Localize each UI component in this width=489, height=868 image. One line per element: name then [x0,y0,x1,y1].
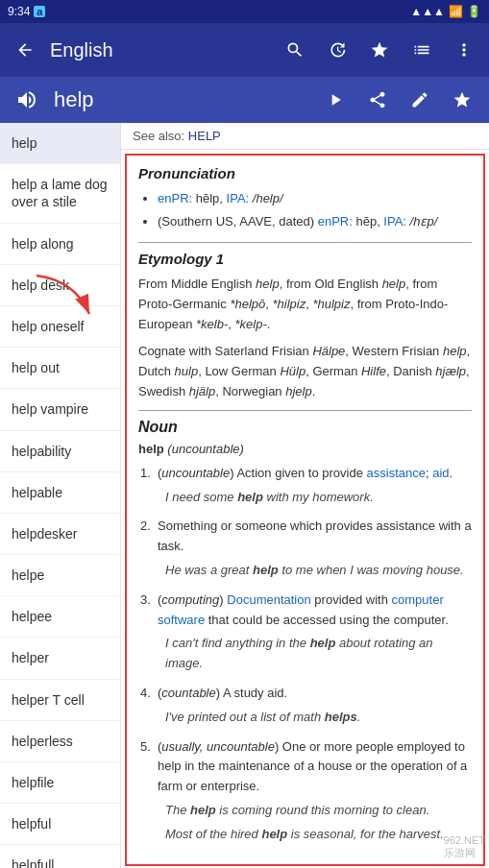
definition-4: (countable) A study aid. I've printed ou… [138,684,472,728]
status-bar: 9:34 a ▲▲▲ 📶 🔋 [0,0,489,23]
etymology-section: Etymology 1 From Middle English help, fr… [138,251,472,402]
divider-1 [138,242,472,243]
link-documentation[interactable]: Documentation [227,592,310,607]
etymology-title: Etymology 1 [138,251,472,267]
sidebar-item-help-along[interactable]: help along [0,224,120,265]
sidebar-item-helper-t-cell[interactable]: helper T cell [0,680,120,721]
see-also: See also: HELP [121,123,489,150]
definition-5: (usually, uncountable) One or more peopl… [138,737,472,845]
pronunciation-title: Pronunciation [138,165,472,181]
favorites-button[interactable] [362,33,397,67]
signal-icon: ▲▲▲ [410,5,445,18]
sidebar-item-help-out[interactable]: help out [0,348,120,389]
android-icon: a [34,6,45,17]
sidebar-item-helper[interactable]: helper [0,638,120,679]
sidebar-item-helpful[interactable]: helpful [0,804,120,845]
etymology-text-1: From Middle English help, from Old Engli… [138,275,472,334]
definition-box: Pronunciation enPR: hĕlp, IPA: /help/ (S… [125,154,485,866]
sidebar-item-helpfile[interactable]: helpfile [0,762,120,804]
list-button[interactable] [404,33,439,67]
pronunciation-item-1: enPR: hĕlp, IPA: /help/ [158,189,472,208]
sidebar-item-help-desk[interactable]: help desk [0,265,120,306]
definition-3: (computing) Documentation provided with … [138,591,472,674]
battery-icon: 🔋 [467,5,481,18]
pronunciation-list: enPR: hĕlp, IPA: /help/ (Southern US, AA… [138,189,472,230]
wifi-icon: 📶 [449,5,463,18]
app-bar: English [0,23,489,77]
link-assistance[interactable]: assistance [367,466,426,480]
sidebar-item-help-lame[interactable]: help a lame dog over a stile [0,164,120,223]
star-button[interactable] [447,84,477,115]
status-icons: ▲▲▲ 📶 🔋 [410,5,481,18]
word-title: help [54,87,308,112]
sidebar-item-help-oneself[interactable]: help oneself [0,306,120,348]
time-display: 9:34 [8,5,30,18]
pronunciation-item-2: (Southern US, AAVE, dated) enPR: hĕp, IP… [158,212,472,231]
app-title: English [50,39,270,61]
sidebar-item-helpability[interactable]: helpability [0,431,120,472]
search-button[interactable] [278,33,312,67]
link-aid[interactable]: aid [432,466,449,480]
more-button[interactable] [447,33,481,67]
sidebar-item-helpee[interactable]: helpee [0,596,120,638]
play-button[interactable] [320,84,351,115]
sidebar-item-helpable[interactable]: helpable [0,472,120,514]
status-time: 9:34 a [8,5,45,18]
main-layout: help help a lame dog over a stile help a… [0,123,489,868]
content-area[interactable]: See also: HELP Pronunciation enPR: hĕlp,… [121,123,489,868]
sidebar-item-help[interactable]: help [0,123,120,164]
word-entry: help (uncountable) [138,442,472,456]
pos-noun-title: Noun [138,419,472,436]
sidebar-item-helperless[interactable]: helperless [0,721,120,762]
definition-2: Something or someone which provides assi… [138,517,472,580]
back-button[interactable] [8,33,42,67]
sidebar-item-helpe[interactable]: helpe [0,555,120,596]
watermark: 962.NET 乐游网 [444,834,485,860]
share-button[interactable] [362,84,393,115]
word-bar: help [0,77,489,123]
sidebar-item-helpfull[interactable]: helpfull [0,845,120,868]
speaker-button[interactable] [12,84,42,115]
etymology-text-2: Cognate with Saterland Frisian Hälpe, We… [138,342,472,401]
see-also-link[interactable]: HELP [188,129,221,143]
sidebar: help help a lame dog over a stile help a… [0,123,121,868]
definition-1: (uncountable) Action given to provide as… [138,464,472,508]
definitions-list: (uncountable) Action given to provide as… [138,464,472,845]
divider-2 [138,410,472,411]
sidebar-item-helpdesker[interactable]: helpdesker [0,514,120,555]
history-button[interactable] [320,33,355,67]
edit-button[interactable] [404,84,435,115]
sidebar-item-help-vampire[interactable]: help vampire [0,389,120,430]
